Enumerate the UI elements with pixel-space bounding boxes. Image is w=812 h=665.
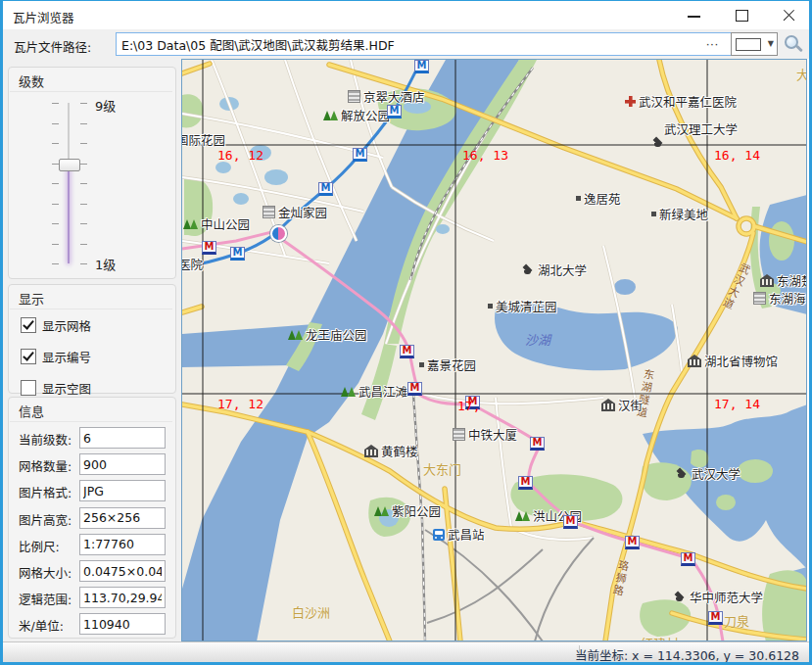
metro-station-icon: M (407, 382, 422, 396)
map-label-text: 武汉大学 (692, 464, 740, 483)
tile-path-input[interactable] (116, 32, 734, 56)
chevron-down-icon: ▼ (768, 39, 774, 48)
map-label-text: 紫阳公园 (392, 501, 441, 520)
style-dropdown[interactable]: ▼ (731, 32, 778, 56)
map-label: 湖北省博物馆 (688, 352, 778, 370)
university-icon (674, 468, 689, 479)
display-option-row: 显示网格 (21, 316, 91, 334)
trees-icon (374, 505, 389, 517)
map-label: 汉街 (601, 396, 643, 414)
info-field-row: 逻辑范围: (9, 587, 173, 608)
map-label-text: 湖北大学 (538, 261, 587, 279)
hospital-icon (625, 96, 636, 107)
info-field-input[interactable] (79, 534, 166, 555)
map-label-text: 武昌江滩 (358, 382, 407, 401)
map-label-text: 金灿家园 (278, 203, 327, 221)
map-label: 紫阳公园 (374, 501, 441, 520)
map-label: 武汉和平嘉仁医院 (625, 92, 737, 111)
area-label: 刀泉 (724, 611, 749, 630)
checkbox-label: 显示空图 (42, 379, 91, 398)
maximize-icon (736, 10, 748, 22)
search-button[interactable] (779, 31, 806, 56)
area-label: 大 (796, 65, 807, 83)
metro-station-icon: M (387, 105, 402, 119)
divider (10, 309, 172, 309)
map-label (650, 137, 668, 148)
info-field-input[interactable] (79, 507, 166, 529)
info-field-input[interactable] (79, 560, 166, 582)
divider (10, 421, 172, 422)
metro-station-icon: M (202, 241, 216, 255)
map-label: 黄鹤楼 (364, 442, 418, 460)
map-label: 武昌江滩 (341, 382, 407, 401)
minimize-button[interactable] (676, 1, 713, 29)
info-field-label: 逻辑范围: (19, 590, 72, 608)
display-option-row: 显示空图 (21, 379, 91, 397)
slider-tick (80, 204, 87, 205)
info-field-label: 比例尺: (19, 537, 60, 555)
map-label: 武汉理工大学 (664, 119, 738, 138)
map-label: 中山公园 (183, 214, 250, 233)
metro-station-icon: M (708, 611, 723, 625)
info-field-row: 网格大小: (9, 560, 173, 582)
building-icon (263, 206, 275, 218)
divider (10, 91, 172, 92)
checkbox[interactable] (21, 380, 36, 396)
info-field-label: 当前级数: (19, 430, 72, 449)
area-label: 红建村 (641, 634, 679, 641)
info-field-input[interactable] (79, 453, 166, 475)
university-icon (672, 592, 687, 602)
slider-tick (80, 183, 87, 184)
toolbar: 瓦片文件路径: ··· ▼ (3, 29, 809, 59)
map-label-text: 湖北省博物馆 (704, 352, 778, 370)
slider-tick (52, 103, 59, 104)
level-min-label: 1级 (95, 255, 116, 273)
map-label: 美城清芷园 (488, 297, 557, 315)
metro-station-icon: M (318, 182, 333, 196)
university-icon (520, 264, 535, 275)
info-field-input[interactable] (79, 427, 166, 449)
trees-icon (323, 110, 338, 121)
display-group: 显示 显示网格显示编号显示空图 (8, 284, 176, 394)
info-field-row: 图片格式: (9, 480, 173, 501)
slider-tick (52, 164, 59, 165)
info-field-row: 当前级数: (9, 427, 173, 449)
slider-tick (52, 123, 59, 124)
poi-square-icon (419, 362, 424, 367)
map-label-text: 解放公园 (341, 106, 390, 124)
slider-tick (52, 204, 59, 205)
map-label: 武昌站 (433, 525, 485, 544)
map-label-text: 武汉理工大学 (664, 119, 738, 138)
info-field-input[interactable] (79, 587, 166, 608)
display-group-title: 显示 (19, 289, 44, 308)
app-window: 瓦片浏览器 瓦片文件路径: ··· ▼ 级数 9级 1级 显示 (0, 0, 812, 665)
poi-square-icon (488, 304, 493, 309)
metro-station-icon: M (530, 437, 545, 451)
info-field-input[interactable] (79, 613, 166, 635)
trees-icon (341, 386, 356, 398)
map-label-text: 美城清芷园 (496, 297, 557, 315)
slider-tick (52, 263, 59, 264)
info-field-label: 米/单位: (19, 616, 64, 635)
map-label: 京翠大酒店 (348, 87, 425, 106)
map-label: 国际花园 (181, 130, 225, 149)
map-label-text: 东湖海洋世界 (769, 289, 807, 308)
close-button[interactable] (770, 1, 807, 29)
checkbox[interactable] (21, 317, 36, 333)
metro-station-icon: M (353, 148, 367, 162)
map-label: 龙王庙公园 (288, 325, 367, 344)
level-slider-handle[interactable] (59, 159, 80, 171)
maximize-button[interactable] (723, 1, 760, 29)
metro-station-icon: M (625, 536, 640, 549)
map-label: 武汉大学 (674, 464, 740, 483)
title-bar: 瓦片浏览器 (3, 1, 809, 29)
map-label-text: 武汉和平嘉仁医院 (639, 92, 737, 111)
browse-button[interactable]: ··· (698, 33, 726, 54)
map-label-text: 华中师范大学 (690, 588, 763, 606)
info-field-input[interactable] (79, 480, 166, 501)
checkbox[interactable] (21, 349, 36, 364)
map-viewport[interactable]: 16, 1216, 1316, 1417, 1217,17, 14京翠大酒店解放… (181, 59, 807, 641)
slider-tick (80, 244, 87, 245)
style-swatch (736, 38, 761, 51)
slider-tick (80, 143, 87, 144)
